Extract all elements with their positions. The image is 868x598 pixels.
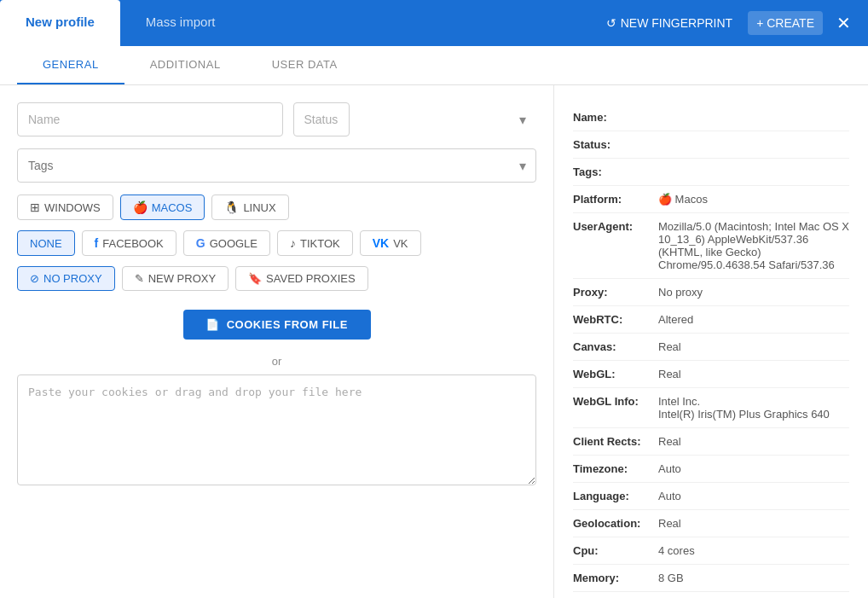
info-label: Name: [573,111,658,124]
info-label: UserAgent: [573,220,658,233]
saved-proxies-button[interactable]: 🔖 SAVED PROXIES [235,266,368,291]
info-value: Real [658,340,849,353]
info-label: Tags: [573,165,658,178]
info-label: WebGL Info: [573,395,658,408]
info-row: Status: [573,131,849,159]
info-label: WebRTC: [573,313,658,326]
tiktok-icon: ♪ [290,236,296,250]
cookies-section: 📄 COOKIES FROM FILE or [17,301,536,485]
browser-google-button[interactable]: G GOOGLE [183,230,270,256]
browser-vk-button[interactable]: VK VK [360,230,421,256]
header: New profile Mass import ↺ NEW FINGERPRIN… [0,0,868,46]
info-value: Auto [658,490,849,502]
close-button[interactable]: ✕ [830,9,858,37]
browser-none-button[interactable]: NONE [17,230,75,256]
info-label: Platform: [573,193,658,206]
info-label: Timezone: [573,462,658,475]
tags-input[interactable] [17,148,536,183]
browser-button-group: NONE f FACEBOOK G GOOGLE ♪ TIKTOK VK VK [17,230,536,256]
status-select-wrapper: Status [293,102,537,136]
os-windows-button[interactable]: ⊞ WINDOWS [17,194,113,220]
new-proxy-button[interactable]: ✎ NEW PROXY [122,266,229,291]
right-panel: Name:Status:Tags:Platform:🍎 MacosUserAge… [554,85,868,598]
info-label: Canvas: [573,340,658,353]
windows-icon: ⊞ [30,200,40,214]
info-row: Cpu:4 cores [573,537,849,565]
status-select[interactable]: Status [293,102,350,136]
info-value: 🍎 Macos [658,193,849,206]
info-value: Altered [658,313,849,326]
cookies-textarea[interactable] [17,374,536,485]
browser-tiktok-button[interactable]: ♪ TIKTOK [277,230,353,256]
header-actions: ↺ NEW FINGERPRINT + CREATE ✕ [598,0,868,46]
info-value: Mozilla/5.0 (Macintosh; Intel Mac OS X 1… [658,220,849,271]
info-label: Geolocation: [573,517,658,530]
info-value: Real [658,435,849,448]
tab-mass-import[interactable]: Mass import [120,0,241,46]
info-row: Language:Auto [573,483,849,510]
info-row: Canvas:Real [573,334,849,361]
info-row: WebRTC:Altered [573,306,849,334]
os-macos-button[interactable]: 🍎 MACOS [120,194,205,220]
fingerprint-icon: ↺ [606,16,616,30]
info-label: Memory: [573,572,658,584]
cookies-from-file-button[interactable]: 📄 COOKIES FROM FILE [183,310,371,340]
linux-icon: 🐧 [224,200,239,214]
create-button[interactable]: + CREATE [748,11,823,35]
tab-new-profile[interactable]: New profile [0,0,120,46]
tab-general[interactable]: GENERAL [17,46,124,84]
info-row: Proxy:No proxy [573,279,849,306]
tags-wrapper [17,148,536,183]
google-icon: G [196,236,205,250]
info-row: Memory:8 GB [573,565,849,592]
info-row: WebGL Info:Intel Inc. Intel(R) Iris(TM) … [573,388,849,428]
info-row: WebGL:Real [573,361,849,388]
tab-additional[interactable]: ADDITIONAL [124,46,246,84]
info-label: Status: [573,138,658,151]
info-value: No proxy [658,286,849,299]
facebook-icon: f [95,236,99,250]
info-value: Auto [658,462,849,475]
info-label: Client Rects: [573,435,658,448]
info-label: Proxy: [573,286,658,299]
sub-tabs: GENERAL ADDITIONAL USER DATA [0,46,868,85]
info-row: Timezone:Auto [573,456,849,483]
info-label: Cpu: [573,544,658,557]
tags-row [17,148,536,183]
info-row: Platform:🍎 Macos [573,186,849,213]
vk-icon: VK [373,236,389,250]
os-button-group: ⊞ WINDOWS 🍎 MACOS 🐧 LINUX [17,194,536,220]
or-text: or [272,355,282,368]
info-row: Name: [573,104,849,131]
info-table: Name:Status:Tags:Platform:🍎 MacosUserAge… [571,102,851,594]
left-panel: Status ⊞ WINDOWS 🍎 MACOS 🐧 LINUX [0,85,554,598]
info-value: 8 GB [658,572,849,584]
info-row: UserAgent:Mozilla/5.0 (Macintosh; Intel … [573,213,849,279]
no-proxy-icon: ⊘ [30,272,39,285]
os-linux-button[interactable]: 🐧 LINUX [211,194,288,220]
proxy-button-group: ⊘ NO PROXY ✎ NEW PROXY 🔖 SAVED PROXIES [17,266,536,291]
name-status-row: Status [17,102,536,136]
browser-facebook-button[interactable]: f FACEBOOK [82,230,176,256]
tab-user-data[interactable]: USER DATA [246,46,363,84]
file-icon: 📄 [205,318,220,331]
new-proxy-icon: ✎ [135,272,144,285]
info-value: Real [658,368,849,380]
no-proxy-button[interactable]: ⊘ NO PROXY [17,266,115,291]
main-content: Status ⊞ WINDOWS 🍎 MACOS 🐧 LINUX [0,85,868,598]
saved-proxies-icon: 🔖 [248,272,262,285]
info-row: Tags: [573,159,849,186]
new-fingerprint-button[interactable]: ↺ NEW FINGERPRINT [598,11,741,35]
info-label: WebGL: [573,368,658,380]
info-label: Language: [573,490,658,502]
apple-icon: 🍎 [133,200,148,214]
info-value: 4 cores [658,544,849,557]
info-value: Real [658,517,849,530]
name-input[interactable] [17,102,283,136]
info-row: Geolocation:Real [573,510,849,537]
info-value: Intel Inc. Intel(R) Iris(TM) Plus Graphi… [658,395,849,421]
info-row: Client Rects:Real [573,428,849,456]
